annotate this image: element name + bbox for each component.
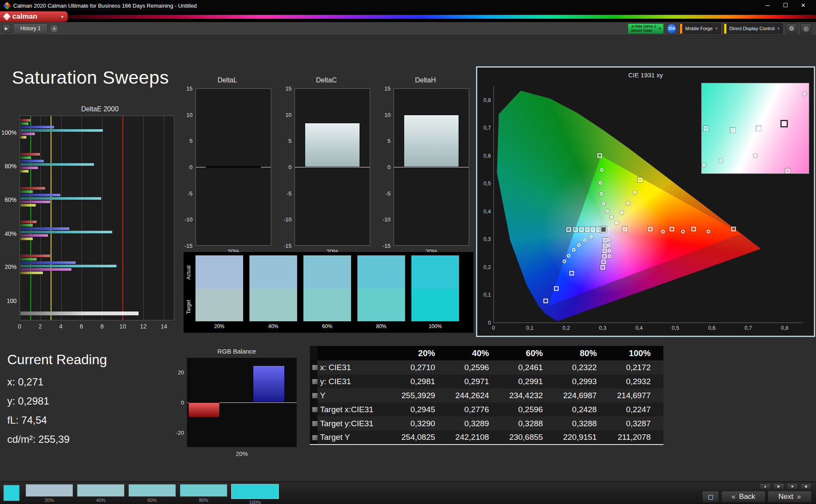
cie-ytick: 0,8 <box>484 97 491 103</box>
deltae-group-label: 80% <box>5 163 17 170</box>
cie-square-point <box>622 227 627 232</box>
source-select-dropdown[interactable]: Mobile Forge ▾ <box>680 23 721 34</box>
deltae-bar <box>20 238 33 240</box>
chevron-left-icon: « <box>731 493 735 501</box>
deltae-bar <box>20 201 50 203</box>
compare-actual-swatch <box>196 255 243 289</box>
deltaH-ytick: -15 <box>382 243 391 249</box>
history-expand-button[interactable]: ▶ <box>3 24 10 33</box>
cie-inset-bold-square <box>781 120 788 127</box>
bottom-swatch-100%[interactable]: 100% <box>231 484 279 504</box>
deltae-xtick: 12 <box>140 323 147 330</box>
meter-status-badge[interactable]: 216 <box>667 24 677 34</box>
display-control-dropdown[interactable]: Direct Display Control ▾ <box>724 23 783 34</box>
bottom-swatch-60%[interactable]: 60% <box>128 484 176 503</box>
cie-square-point <box>554 286 559 291</box>
meter-select-dropdown[interactable]: X-Rite i1Pro 2 Direct View ▾ <box>628 23 664 34</box>
compare-columns: 20%40%60%80%100% <box>195 255 459 329</box>
current-reading-y: y: 0,2981 <box>7 395 107 407</box>
compare-column-label: 100% <box>411 323 459 329</box>
deltae-ref-line-warn <box>51 116 51 320</box>
pattern-window-button[interactable]: ◎ <box>800 23 812 34</box>
transport-small-row: ▲▶■◉ <box>759 483 812 490</box>
bottom-swatch-label: 80% <box>180 498 227 503</box>
page-title: Saturation Sweeps <box>12 67 169 88</box>
deltae-bar <box>20 194 60 196</box>
compare-target-swatch <box>249 289 297 321</box>
deltac-chart: DeltaC 151050-5-10-15 20% <box>280 76 373 258</box>
stop-pattern-button[interactable]: ▢ <box>702 491 719 503</box>
deltaC-ytick: -5 <box>286 190 292 196</box>
deltaH-ylabels: 151050-5-10-15 <box>379 88 392 246</box>
actual-target-comparison: Actual Target 20%40%60%80%100% <box>184 252 473 333</box>
deltaC-ytick: 5 <box>289 138 292 144</box>
chevron-down-icon: ▾ <box>777 26 779 31</box>
cie-square-point <box>648 227 652 232</box>
cie-inset-circle-point <box>719 159 723 163</box>
deltaC-plot <box>295 88 370 246</box>
deltae-group-label: 100% <box>1 129 17 136</box>
compare-target-swatch <box>303 289 351 321</box>
bottom-swatch-color <box>180 484 227 497</box>
compare-column: 60% <box>303 255 351 329</box>
deltah-title: DeltaH <box>379 76 472 84</box>
meas-value-cell: 220,9151 <box>555 430 609 445</box>
deltaH-zero-line <box>394 167 469 167</box>
meas-row-label: x: CIE31 <box>317 360 394 374</box>
cie-xtick: 0,7 <box>745 325 752 331</box>
cie-ytick: 0,5 <box>484 181 491 187</box>
actual-row-label: Actual <box>185 255 193 289</box>
source-color-edge <box>680 24 682 34</box>
deltaH-plot <box>394 88 469 246</box>
deltaL-ytick: -5 <box>187 190 193 196</box>
close-button[interactable]: ✕ <box>795 0 812 11</box>
bottom-swatch-20%[interactable]: 20% <box>26 484 73 503</box>
cie-circle-point <box>661 230 665 234</box>
current-reading-title: Current Reading <box>7 352 107 368</box>
meas-row: y: CIE310,29810,29710,29910,29930,2932 <box>310 374 663 388</box>
next-button[interactable]: Next » <box>768 491 812 503</box>
deltaH-ytick: -5 <box>385 190 391 196</box>
meas-column-header: 80% <box>555 346 609 360</box>
minimize-button[interactable]: ─ <box>759 0 776 11</box>
deltaL-plot <box>196 88 271 246</box>
rgb-ytick: 20 <box>178 369 184 376</box>
window-title: Calman 2020 Calman Ultimate for Business… <box>13 3 197 9</box>
meas-row-label: Target Y <box>317 430 394 445</box>
rgb-ytick: 0 <box>181 399 184 406</box>
eject-small-button[interactable]: ▲ <box>759 483 771 490</box>
settings-gear-button[interactable]: ⚙ <box>786 23 797 34</box>
maximize-button[interactable]: ☐ <box>777 0 794 11</box>
cie-ytick: 0,4 <box>484 209 491 215</box>
cie-ytick: 0,1 <box>484 292 491 298</box>
back-button[interactable]: « Back <box>721 491 765 503</box>
stop-small-button[interactable]: ■ <box>787 483 798 490</box>
bottom-swatch-80%[interactable]: 80% <box>180 484 227 503</box>
compare-column: 100% <box>411 255 459 329</box>
add-tab-button[interactable]: + <box>51 25 58 32</box>
calman-menu-button[interactable]: calman ▾ <box>0 11 68 22</box>
meas-value-cell: 0,3289 <box>448 416 502 430</box>
tab-history-1[interactable]: History 1 <box>13 23 48 34</box>
cie-xtick: 0,1 <box>526 325 533 331</box>
meas-value-cell: 0,2945 <box>394 402 448 416</box>
layout-thumbnail[interactable] <box>3 485 20 501</box>
transport-main-row: ▢ « Back Next » <box>702 491 812 503</box>
deltae-bar <box>20 224 33 227</box>
bottom-swatch-40%[interactable]: 40% <box>77 484 125 503</box>
meas-value-cell: 0,2971 <box>448 374 502 388</box>
deltae-bar-group <box>20 255 173 274</box>
cie-xtick: 0,3 <box>599 325 606 331</box>
compare-column-label: 20% <box>195 323 244 329</box>
meas-column-header: 20% <box>394 346 448 360</box>
record-small-button[interactable]: ◉ <box>800 483 812 490</box>
deltae-bar <box>20 265 116 267</box>
cie-circle-point <box>598 181 602 184</box>
cie-square-point <box>603 243 607 248</box>
meas-value-cell: 0,3288 <box>555 416 609 430</box>
meas-value-cell: 0,2172 <box>609 360 663 374</box>
play-small-button[interactable]: ▶ <box>773 483 785 490</box>
deltaL-ytick: 15 <box>187 85 193 92</box>
deltaH-ytick: -10 <box>382 216 391 223</box>
cie-xtick: 0,6 <box>708 325 715 331</box>
